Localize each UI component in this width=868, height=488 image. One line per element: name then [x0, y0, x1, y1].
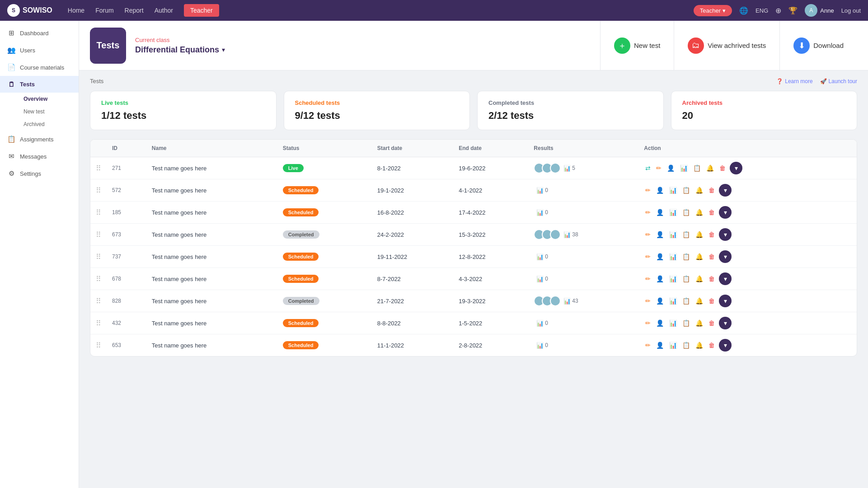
bell-icon[interactable]: 🔔	[694, 274, 704, 284]
users-icon[interactable]: 👤	[655, 296, 665, 306]
class-dropdown-arrow[interactable]: ▾	[222, 46, 225, 53]
sidebar-item-settings[interactable]: ⚙ Settings	[0, 165, 79, 182]
delete-icon[interactable]: 🗑	[707, 252, 716, 262]
users-icon[interactable]: 👤	[655, 207, 665, 217]
expand-button[interactable]: ▾	[719, 272, 732, 285]
download-button[interactable]: ⬇ Download	[779, 21, 857, 70]
edit-icon[interactable]: ✏	[644, 230, 652, 239]
drag-handle[interactable]: ⠿	[96, 253, 101, 261]
bell-icon[interactable]: 🔔	[694, 252, 704, 262]
chart-icon[interactable]: 📊	[668, 230, 678, 239]
users-icon[interactable]: 👤	[655, 340, 665, 350]
drag-handle[interactable]: ⠿	[96, 209, 101, 216]
nav-home[interactable]: Home	[68, 7, 84, 14]
copy-icon[interactable]: 📋	[681, 296, 691, 306]
edit-icon[interactable]: ✏	[644, 207, 652, 217]
sidebar-item-messages[interactable]: ✉ Messages	[0, 148, 79, 165]
drag-handle[interactable]: ⠿	[96, 231, 101, 239]
delete-icon[interactable]: 🗑	[707, 340, 716, 350]
expand-button[interactable]: ▾	[719, 339, 732, 352]
delete-icon[interactable]: 🗑	[718, 163, 727, 173]
edit-icon[interactable]: ✏	[644, 252, 652, 262]
edit-icon[interactable]: ✏	[644, 185, 652, 195]
edit-icon[interactable]: ✏	[655, 163, 663, 173]
view-archived-tests-button[interactable]: 🗂 View achrived tests	[674, 21, 779, 70]
users-icon[interactable]: 👤	[655, 252, 665, 262]
sidebar-item-tests[interactable]: 🗒 Tests	[0, 76, 79, 93]
sidebar-sub-overview[interactable]: Overview	[20, 93, 79, 105]
copy-icon[interactable]: 📋	[681, 318, 691, 328]
new-test-button[interactable]: ＋ New test	[600, 21, 674, 70]
bell-icon[interactable]: 🔔	[694, 296, 704, 306]
bell-icon[interactable]: 🔔	[694, 185, 704, 195]
logo[interactable]: S SOWISO	[7, 4, 52, 17]
globe-icon[interactable]: 🌐	[739, 6, 748, 15]
copy-icon[interactable]: 📋	[681, 230, 691, 239]
bell-icon[interactable]: 🔔	[705, 163, 715, 173]
drag-handle[interactable]: ⠿	[96, 275, 101, 283]
copy-icon[interactable]: 📋	[681, 252, 691, 262]
nav-author[interactable]: Author	[155, 7, 173, 14]
edit-icon[interactable]: ✏	[644, 296, 652, 306]
nav-teacher[interactable]: Teacher	[184, 4, 219, 17]
chart-icon[interactable]: 📊	[668, 340, 678, 350]
delete-icon[interactable]: 🗑	[707, 207, 716, 217]
delete-icon[interactable]: 🗑	[707, 185, 716, 195]
expand-button[interactable]: ▾	[719, 295, 732, 307]
drag-handle[interactable]: ⠿	[96, 342, 101, 349]
copy-icon[interactable]: 📋	[681, 274, 691, 284]
copy-icon[interactable]: 📋	[681, 185, 691, 195]
table-scroll[interactable]: ID Name Status Start date End date Resul…	[90, 140, 857, 356]
delete-icon[interactable]: 🗑	[707, 274, 716, 284]
bell-icon[interactable]: 🔔	[694, 207, 704, 217]
delete-icon[interactable]: 🗑	[707, 296, 716, 306]
chart-icon[interactable]: 📊	[668, 318, 678, 328]
chart-icon[interactable]: 📊	[668, 296, 678, 306]
help-icon[interactable]: ⊕	[775, 6, 781, 15]
bell-icon[interactable]: 🔔	[694, 340, 704, 350]
expand-button[interactable]: ▾	[719, 317, 732, 329]
share-icon[interactable]: ⇄	[644, 163, 652, 173]
drag-handle[interactable]: ⠿	[96, 297, 101, 305]
drag-handle[interactable]: ⠿	[96, 319, 101, 327]
drag-handle[interactable]: ⠿	[96, 164, 101, 172]
sidebar-item-dashboard[interactable]: ⊞ Dashboard	[0, 24, 79, 42]
expand-button[interactable]: ▾	[719, 206, 732, 219]
chart-icon[interactable]: 📊	[668, 185, 678, 195]
sidebar-item-course-materials[interactable]: 📄 Course materials	[0, 59, 79, 76]
chart-icon[interactable]: 📊	[679, 163, 689, 173]
sidebar-sub-new-test[interactable]: New test	[20, 105, 79, 118]
expand-button[interactable]: ▾	[719, 184, 732, 197]
expand-button[interactable]: ▾	[719, 228, 732, 241]
sidebar-item-assignments[interactable]: 📋 Assignments	[0, 131, 79, 148]
expand-button[interactable]: ▾	[719, 250, 732, 263]
edit-icon[interactable]: ✏	[644, 340, 652, 350]
nav-report[interactable]: Report	[125, 7, 144, 14]
user-info[interactable]: A Anne	[805, 4, 834, 17]
users-icon[interactable]: 👤	[655, 230, 665, 239]
copy-icon[interactable]: 📋	[692, 163, 702, 173]
lang-text[interactable]: ENG	[755, 7, 768, 14]
bell-icon[interactable]: 🔔	[694, 318, 704, 328]
sidebar-sub-archived[interactable]: Archived	[20, 118, 79, 131]
chart-icon[interactable]: 📊	[668, 274, 678, 284]
delete-icon[interactable]: 🗑	[707, 230, 716, 239]
delete-icon[interactable]: 🗑	[707, 318, 716, 328]
learn-more-link[interactable]: ❓ Learn more	[776, 78, 812, 84]
expand-button[interactable]: ▾	[730, 162, 742, 174]
logout-button[interactable]: Log out	[841, 7, 861, 14]
teacher-dropdown-btn[interactable]: Teacher ▾	[694, 5, 732, 16]
chart-icon[interactable]: 📊	[668, 207, 678, 217]
trophy-icon[interactable]: 🏆	[788, 6, 798, 15]
users-icon[interactable]: 👤	[655, 185, 665, 195]
users-icon[interactable]: 👤	[666, 163, 676, 173]
drag-handle[interactable]: ⠿	[96, 187, 101, 194]
bell-icon[interactable]: 🔔	[694, 230, 704, 239]
sidebar-item-users[interactable]: 👥 Users	[0, 42, 79, 59]
chart-icon[interactable]: 📊	[668, 252, 678, 262]
nav-forum[interactable]: Forum	[95, 7, 113, 14]
users-icon[interactable]: 👤	[655, 274, 665, 284]
edit-icon[interactable]: ✏	[644, 274, 652, 284]
copy-icon[interactable]: 📋	[681, 340, 691, 350]
users-icon[interactable]: 👤	[655, 318, 665, 328]
